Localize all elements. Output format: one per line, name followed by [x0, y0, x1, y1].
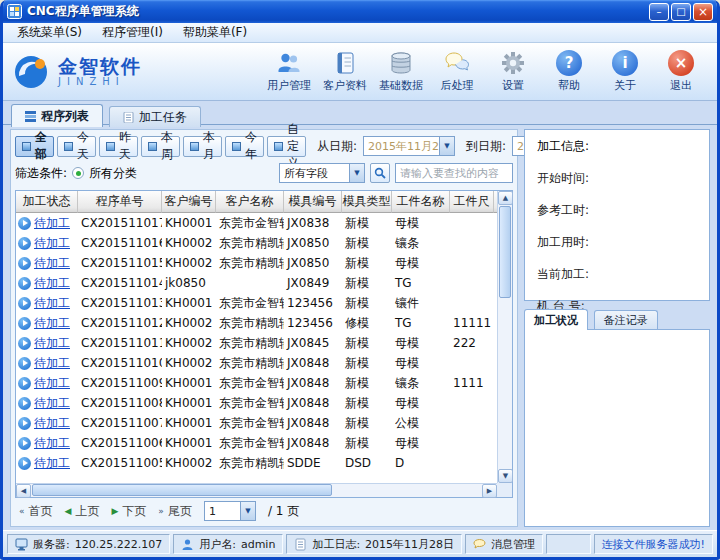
scroll-up-icon[interactable]: ▲ — [498, 191, 513, 205]
order-no-cell: CX201511016 — [78, 236, 162, 250]
category-radio[interactable] — [72, 167, 84, 179]
table-row[interactable]: 待加工 CX201511017 KH0001 东莞市金智软… JX0838 新模… — [16, 213, 497, 233]
col-order-no[interactable]: 程序单号 — [78, 191, 162, 213]
filter-week-button[interactable]: 本周 — [141, 136, 180, 157]
scroll-right-icon[interactable]: ▶ — [482, 484, 497, 498]
menu-system[interactable]: 系统菜单(S) — [7, 22, 92, 43]
table-row[interactable]: 待加工 CX201511012 KH0002 东莞市精凯辅… 123456 修模… — [16, 313, 497, 333]
table-row[interactable]: 待加工 CX201511009 KH0001 东莞市金智软… JX0848 新模… — [16, 373, 497, 393]
chevron-down-icon[interactable]: ▼ — [240, 502, 255, 520]
status-cell[interactable]: 待加工 — [16, 435, 78, 452]
maximize-button[interactable]: □ — [671, 3, 691, 21]
status-cell[interactable]: 待加工 — [16, 275, 78, 292]
status-cell[interactable]: 待加工 — [16, 215, 78, 232]
table-row[interactable]: 待加工 CX201511007 KH0001 东莞市金智软… JX0848 新模… — [16, 413, 497, 433]
menu-help[interactable]: 帮助菜单(F) — [173, 22, 257, 43]
status-cell[interactable]: 待加工 — [16, 355, 78, 372]
status-link[interactable]: 待加工 — [34, 255, 70, 272]
filter-month-button[interactable]: 本月 — [183, 136, 222, 157]
about-button[interactable]: i 关于 — [597, 50, 653, 93]
settings-button[interactable]: 设置 — [485, 50, 541, 93]
status-link[interactable]: 待加工 — [34, 235, 70, 252]
search-button[interactable] — [370, 163, 390, 183]
col-customer-name[interactable]: 客户名称 — [216, 191, 284, 213]
status-link[interactable]: 待加工 — [34, 295, 70, 312]
log-value: 2015年11月28日 — [365, 537, 454, 552]
menu-program[interactable]: 程序管理(I) — [92, 22, 173, 43]
close-button[interactable]: × — [693, 3, 713, 21]
status-link[interactable]: 待加工 — [34, 355, 70, 372]
prev-page-button[interactable]: ◀上页 — [65, 503, 100, 520]
table-row[interactable]: 待加工 CX201511016 KH0002 东莞市精凯辅… JX0850 新模… — [16, 233, 497, 253]
minimize-button[interactable]: – — [649, 3, 669, 21]
field-select[interactable]: 所有字段 ▼ — [279, 163, 365, 183]
chevron-down-icon[interactable]: ▼ — [349, 164, 364, 182]
status-link[interactable]: 待加工 — [34, 275, 70, 292]
customer-no-cell: KH0002 — [162, 316, 216, 330]
status-link[interactable]: 待加工 — [34, 455, 70, 472]
help-button[interactable]: ? 帮助 — [541, 50, 597, 93]
table-row[interactable]: 待加工 CX201511014 jk0850 JX0849 新模 TG — [16, 273, 497, 293]
filter-today-button[interactable]: 今天 — [57, 136, 96, 157]
part-name-cell: 母模 — [392, 355, 450, 372]
search-input[interactable] — [395, 163, 513, 183]
next-page-button[interactable]: ▶下页 — [111, 503, 146, 520]
filter-year-button[interactable]: 今年 — [225, 136, 264, 157]
user-manage-button[interactable]: 用户管理 — [261, 50, 317, 93]
page-select[interactable]: 1 ▼ — [204, 501, 256, 521]
status-cell[interactable]: 待加工 — [16, 375, 78, 392]
table-row[interactable]: 待加工 CX201511006 KH0001 东莞市金智软… JX0848 新模… — [16, 433, 497, 453]
col-mold-no[interactable]: 模具编号 — [284, 191, 342, 213]
status-link[interactable]: 待加工 — [34, 315, 70, 332]
status-link[interactable]: 待加工 — [34, 395, 70, 412]
vertical-scrollbar[interactable]: ▲ ▼ — [497, 191, 512, 483]
table-row[interactable]: 待加工 CX201511005 KH0002 东莞市精凯辅… SDDE DSD … — [16, 453, 497, 473]
status-cell[interactable]: 待加工 — [16, 295, 78, 312]
tab-machining-status[interactable]: 加工状况 — [524, 309, 588, 330]
status-link[interactable]: 待加工 — [34, 215, 70, 232]
table-row[interactable]: 待加工 CX201511010 KH0002 东莞市精凯辅… JX0848 新模… — [16, 353, 497, 373]
status-cell[interactable]: 待加工 — [16, 395, 78, 412]
from-date-picker[interactable]: 2015年11月28 ▼ — [363, 136, 455, 156]
status-link[interactable]: 待加工 — [34, 335, 70, 352]
last-page-button[interactable]: »尾页 — [158, 503, 192, 520]
base-data-button[interactable]: 基础数据 — [373, 50, 429, 93]
vertical-scroll-thumb[interactable] — [499, 206, 511, 298]
col-part-name[interactable]: 工件名称 — [392, 191, 450, 213]
table-row[interactable]: 待加工 CX201511015 KH0002 东莞市精凯辅… JX0850 新模… — [16, 253, 497, 273]
table-row[interactable]: 待加工 CX201511011 KH0002 东莞市精凯辅… JX0845 新模… — [16, 333, 497, 353]
filter-custom-button[interactable]: 自定义 — [267, 136, 306, 157]
filter-label: 今年 — [245, 129, 257, 163]
status-link[interactable]: 待加工 — [34, 415, 70, 432]
tab-program-list[interactable]: 程序列表 — [11, 104, 103, 127]
scroll-down-icon[interactable]: ▼ — [498, 469, 513, 483]
chevron-down-icon[interactable]: ▼ — [439, 137, 454, 155]
status-link[interactable]: 待加工 — [34, 435, 70, 452]
scroll-left-icon[interactable]: ◀ — [16, 484, 31, 498]
status-cell[interactable]: 待加工 — [16, 255, 78, 272]
tab-notes-record[interactable]: 备注记录 — [594, 310, 658, 330]
filter-all-button[interactable]: 全部 — [15, 136, 54, 157]
col-status[interactable]: 加工状态 — [16, 191, 78, 213]
status-link[interactable]: 待加工 — [34, 375, 70, 392]
table-row[interactable]: 待加工 CX201511013 KH0001 东莞市金智软… 123456 新模… — [16, 293, 497, 313]
horizontal-scroll-thumb[interactable] — [32, 484, 332, 496]
horizontal-scrollbar[interactable]: ◀ ▶ — [16, 483, 497, 497]
col-customer-no[interactable]: 客户编号 — [162, 191, 216, 213]
table-row[interactable]: 待加工 CX201511008 KH0001 东莞市金智软… JX0848 新模… — [16, 393, 497, 413]
filter-yesterday-button[interactable]: 昨天 — [99, 136, 138, 157]
customer-name-cell: 东莞市精凯辅… — [216, 315, 284, 332]
status-cell[interactable]: 待加工 — [16, 335, 78, 352]
col-mold-type[interactable]: 模具类型 — [342, 191, 392, 213]
exit-button[interactable]: × 退出 — [653, 50, 709, 93]
customer-data-button[interactable]: 客户资料 — [317, 50, 373, 93]
col-part-size[interactable]: 工件尺 — [450, 191, 494, 213]
post-process-button[interactable]: 后处理 — [429, 50, 485, 93]
status-cell[interactable]: 待加工 — [16, 315, 78, 332]
status-cell[interactable]: 待加工 — [16, 235, 78, 252]
tab-task-list[interactable]: 加工任务 — [109, 106, 201, 127]
status-cell[interactable]: 待加工 — [16, 455, 78, 472]
message-manage-segment[interactable]: 消息管理 — [465, 534, 543, 554]
status-cell[interactable]: 待加工 — [16, 415, 78, 432]
first-page-button[interactable]: «首页 — [19, 503, 53, 520]
